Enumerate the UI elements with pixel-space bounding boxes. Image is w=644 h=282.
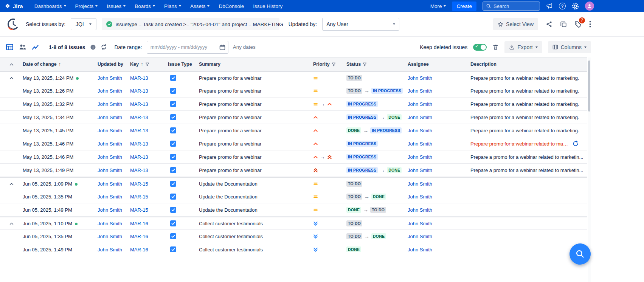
table-view-icon[interactable] bbox=[6, 43, 13, 51]
issue-key-link[interactable]: MAR-13 bbox=[130, 128, 148, 133]
nav-item-issues[interactable]: Issues bbox=[107, 3, 126, 9]
issue-key-link[interactable]: MAR-13 bbox=[130, 75, 148, 81]
announcements-icon[interactable] bbox=[546, 3, 553, 9]
issue-key-link[interactable]: MAR-16 bbox=[130, 221, 148, 226]
assignee-link[interactable]: John Smith bbox=[408, 101, 432, 107]
assignee-link[interactable]: John Smith bbox=[408, 167, 432, 173]
nav-item-issue-history[interactable]: Issue History bbox=[253, 3, 282, 9]
select-view-button[interactable]: Select View bbox=[493, 18, 538, 30]
column-header-description[interactable]: Description bbox=[470, 62, 587, 67]
assignee-link[interactable]: John Smith bbox=[408, 115, 432, 120]
column-header-priority[interactable]: Priority bbox=[313, 62, 346, 67]
assignee-link[interactable]: John Smith bbox=[408, 141, 432, 147]
assignee-link[interactable]: John Smith bbox=[408, 128, 432, 133]
help-icon[interactable]: ? bbox=[559, 3, 566, 9]
kebab-menu-icon[interactable] bbox=[589, 21, 591, 28]
nav-item-boards[interactable]: Boards bbox=[135, 3, 155, 9]
query-mode-dropdown[interactable]: JQL bbox=[71, 18, 96, 30]
assignee-link[interactable]: John Smith bbox=[408, 234, 432, 239]
updated-by-link[interactable]: John Smith bbox=[98, 221, 122, 226]
priority-high-icon bbox=[313, 115, 318, 120]
updated-by-link[interactable]: John Smith bbox=[98, 128, 122, 133]
column-header-summary[interactable]: Summary bbox=[199, 62, 313, 67]
updated-by-link[interactable]: John Smith bbox=[98, 75, 122, 81]
assignee-link[interactable]: John Smith bbox=[408, 207, 432, 213]
column-header-key[interactable]: Key↑ bbox=[130, 61, 168, 67]
share-icon[interactable] bbox=[546, 21, 552, 28]
issue-key-link[interactable]: MAR-15 bbox=[130, 194, 148, 200]
info-icon[interactable] bbox=[90, 44, 96, 50]
updated-by-dropdown[interactable]: Any User bbox=[322, 18, 399, 31]
assignee-link[interactable]: John Smith bbox=[408, 154, 432, 160]
collapse-row-icon[interactable] bbox=[9, 77, 14, 79]
issue-key-link[interactable]: MAR-16 bbox=[130, 234, 148, 239]
assignee-link[interactable]: John Smith bbox=[408, 221, 432, 226]
jql-query-display[interactable]: issuetype = Task and created >= "2025-04… bbox=[102, 18, 279, 30]
export-button[interactable]: Export bbox=[504, 41, 542, 53]
trash-icon[interactable] bbox=[492, 44, 499, 50]
updated-by-link[interactable]: John Smith bbox=[98, 194, 122, 200]
issue-key-link[interactable]: MAR-13 bbox=[130, 115, 148, 120]
nav-item-projects[interactable]: Projects bbox=[75, 3, 98, 9]
calendar-icon[interactable] bbox=[219, 44, 225, 50]
column-header-updated-by[interactable]: Updated by bbox=[98, 62, 130, 67]
filter-funnel-icon[interactable] bbox=[145, 62, 149, 67]
user-avatar[interactable] bbox=[585, 2, 594, 11]
updated-by-link[interactable]: John Smith bbox=[98, 154, 122, 160]
gear-icon[interactable] bbox=[572, 3, 579, 10]
nav-item-plans[interactable]: Plans bbox=[164, 3, 181, 9]
search-input[interactable] bbox=[493, 3, 537, 9]
issue-key-link[interactable]: MAR-15 bbox=[130, 181, 148, 187]
assignee-link[interactable]: John Smith bbox=[408, 88, 432, 94]
updated-by-link[interactable]: John Smith bbox=[98, 234, 122, 239]
issue-key-link[interactable]: MAR-15 bbox=[130, 207, 148, 213]
updated-by-link[interactable]: John Smith bbox=[98, 247, 122, 252]
assignee-link[interactable]: John Smith bbox=[408, 75, 432, 81]
refresh-icon[interactable] bbox=[101, 44, 107, 50]
assignee-link[interactable]: John Smith bbox=[408, 181, 432, 187]
updated-by-link[interactable]: John Smith bbox=[98, 101, 122, 107]
nav-item-dbconsole[interactable]: DbConsole bbox=[219, 3, 244, 9]
updated-by-link[interactable]: John Smith bbox=[98, 115, 122, 120]
column-header-assignee[interactable]: Assignee bbox=[408, 62, 470, 67]
copy-icon[interactable] bbox=[560, 21, 567, 28]
collapse-row-icon[interactable] bbox=[9, 183, 14, 185]
jira-logo[interactable]: Jira bbox=[5, 3, 23, 9]
chart-view-icon[interactable] bbox=[32, 43, 39, 51]
columns-button[interactable]: Columns bbox=[548, 41, 591, 53]
group-by-users-view-icon[interactable] bbox=[19, 43, 26, 51]
nav-item-more[interactable]: More bbox=[430, 3, 446, 9]
issue-key-link[interactable]: MAR-13 bbox=[130, 88, 148, 94]
date-range-input[interactable] bbox=[151, 44, 217, 50]
chevron-down-icon bbox=[153, 5, 155, 7]
issue-key-link[interactable]: MAR-13 bbox=[130, 154, 148, 160]
assignee-link[interactable]: John Smith bbox=[408, 247, 432, 252]
chevron-down-icon bbox=[89, 23, 92, 25]
column-header-issue-type[interactable]: Issue Type bbox=[168, 62, 199, 67]
collapse-row-icon[interactable] bbox=[9, 222, 14, 225]
updated-by-link[interactable]: John Smith bbox=[98, 167, 122, 173]
updated-by-link[interactable]: John Smith bbox=[98, 141, 122, 147]
issue-key-link[interactable]: MAR-16 bbox=[130, 247, 148, 252]
restore-icon[interactable] bbox=[573, 141, 579, 147]
keep-deleted-toggle[interactable]: ✓ bbox=[473, 44, 487, 51]
nav-item-dashboards[interactable]: Dashboards bbox=[34, 3, 66, 9]
scrollbar-thumb[interactable] bbox=[588, 60, 590, 112]
filter-funnel-icon[interactable] bbox=[332, 62, 336, 67]
column-header-status[interactable]: Status bbox=[346, 62, 408, 67]
updated-by-link[interactable]: John Smith bbox=[98, 207, 122, 213]
collapse-all-icon[interactable] bbox=[9, 63, 14, 66]
updated-by-link[interactable]: John Smith bbox=[98, 181, 122, 187]
filter-funnel-icon[interactable] bbox=[363, 62, 367, 67]
search-fab[interactable] bbox=[570, 243, 591, 265]
create-button[interactable]: Create bbox=[452, 2, 476, 11]
updated-by-link[interactable]: John Smith bbox=[98, 88, 122, 94]
column-header-date[interactable]: Date of change↑ bbox=[23, 61, 98, 67]
global-search[interactable] bbox=[483, 2, 540, 11]
issue-key-link[interactable]: MAR-13 bbox=[130, 101, 148, 107]
assignee-link[interactable]: John Smith bbox=[408, 194, 432, 200]
nav-item-assets[interactable]: Assets bbox=[190, 3, 210, 9]
tag-icon[interactable]: 7 bbox=[574, 21, 582, 28]
issue-key-link[interactable]: MAR-13 bbox=[130, 141, 148, 147]
issue-key-link[interactable]: MAR-13 bbox=[130, 167, 148, 173]
